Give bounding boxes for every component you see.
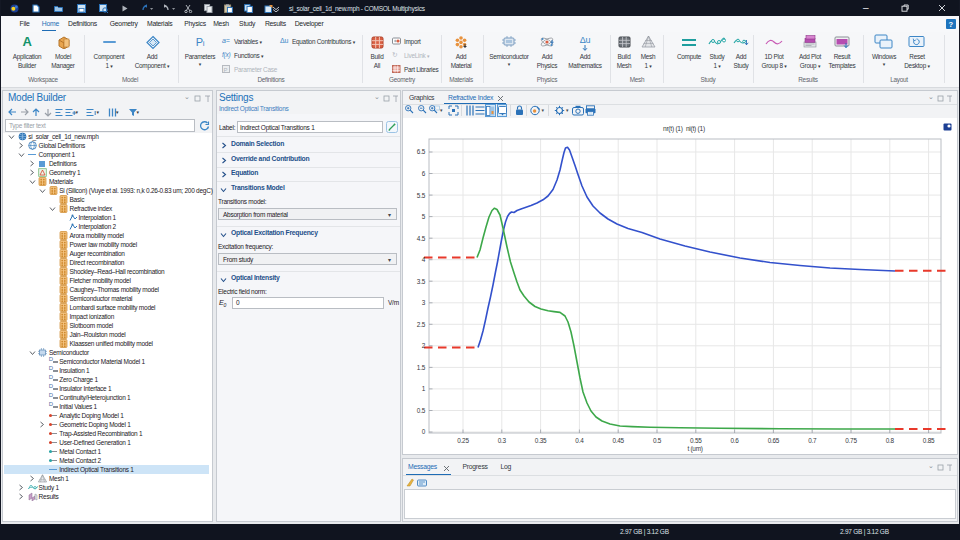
svg-text:2.5: 2.5 bbox=[417, 321, 426, 328]
svg-text:0.6: 0.6 bbox=[731, 437, 740, 444]
svg-text:0.45: 0.45 bbox=[612, 437, 624, 444]
svg-text:0.85: 0.85 bbox=[923, 437, 935, 444]
svg-text:0.75: 0.75 bbox=[845, 437, 857, 444]
svg-text:0.5: 0.5 bbox=[417, 407, 426, 414]
svg-text:4.5: 4.5 bbox=[417, 235, 426, 242]
svg-text:0.65: 0.65 bbox=[768, 437, 780, 444]
svg-text:t (um): t (um) bbox=[687, 445, 702, 453]
svg-text:0.3: 0.3 bbox=[498, 437, 507, 444]
svg-text:6.5: 6.5 bbox=[417, 148, 426, 155]
svg-text:0.35: 0.35 bbox=[535, 437, 547, 444]
svg-text:nr(t) (1) ni(t) (1): nr(t) (1) ni(t) (1) bbox=[663, 125, 705, 133]
svg-text:0.25: 0.25 bbox=[457, 437, 469, 444]
svg-text:P: P bbox=[224, 67, 228, 73]
svg-text:0.7: 0.7 bbox=[808, 437, 817, 444]
svg-text:1.5: 1.5 bbox=[417, 364, 426, 371]
svg-text:0.5: 0.5 bbox=[653, 437, 662, 444]
svg-text:0.8: 0.8 bbox=[886, 437, 895, 444]
svg-text:5.5: 5.5 bbox=[417, 192, 426, 199]
svg-text:3.5: 3.5 bbox=[417, 278, 426, 285]
svg-text:0.4: 0.4 bbox=[575, 437, 584, 444]
svg-text:0.55: 0.55 bbox=[690, 437, 702, 444]
